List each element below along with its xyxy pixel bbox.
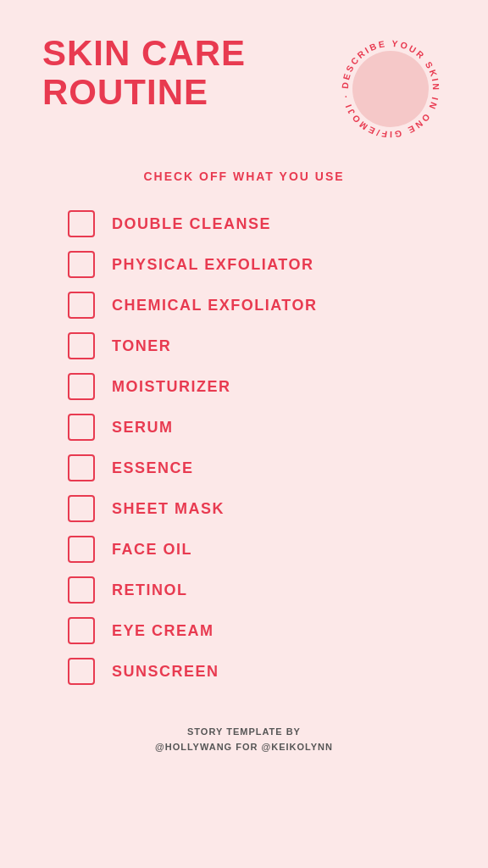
footer: STORY TEMPLATE BY @HOLLYWANG FOR @KEIKOL… bbox=[42, 725, 446, 771]
checkbox-10[interactable] bbox=[68, 576, 95, 604]
item-label-3: CHEMICAL EXFOLIATOR bbox=[112, 297, 318, 314]
list-item: FACE OIL bbox=[68, 530, 446, 569]
list-item: EYE CREAM bbox=[68, 611, 446, 650]
item-label-4: TONER bbox=[112, 337, 171, 355]
circle-svg: DESCRIBE YOUR SKIN IN ONE GIF/EMOJI · bbox=[336, 34, 446, 144]
checklist-subtitle: CHECK OFF WHAT YOU USE bbox=[42, 170, 446, 183]
circle-badge: DESCRIBE YOUR SKIN IN ONE GIF/EMOJI · bbox=[336, 34, 446, 144]
checkbox-7[interactable] bbox=[68, 454, 95, 481]
checkbox-2[interactable] bbox=[68, 251, 95, 278]
item-label-12: SUNSCREEN bbox=[112, 663, 219, 681]
list-item: PHYSICAL EXFOLIATOR bbox=[68, 245, 446, 284]
list-item: MOISTURIZER bbox=[68, 367, 446, 406]
checkbox-1[interactable] bbox=[68, 210, 95, 237]
checkbox-12[interactable] bbox=[68, 658, 95, 685]
footer-line1: STORY TEMPLATE BY bbox=[187, 726, 301, 737]
checkbox-6[interactable] bbox=[68, 414, 95, 441]
list-item: SHEET MASK bbox=[68, 489, 446, 528]
checklist: DOUBLE CLEANSE PHYSICAL EXFOLIATOR CHEMI… bbox=[42, 204, 446, 691]
item-label-1: DOUBLE CLEANSE bbox=[112, 215, 271, 233]
checkbox-8[interactable] bbox=[68, 495, 95, 522]
page-title-line1: SKIN CARE bbox=[42, 34, 246, 73]
item-label-5: MOISTURIZER bbox=[112, 378, 231, 396]
checkbox-9[interactable] bbox=[68, 536, 95, 563]
checkbox-5[interactable] bbox=[68, 373, 95, 400]
list-item: TONER bbox=[68, 326, 446, 365]
checkbox-11[interactable] bbox=[68, 617, 95, 644]
title-block: SKIN CARE ROUTINE bbox=[42, 34, 246, 112]
item-label-6: SERUM bbox=[112, 419, 174, 437]
page-title-line2: ROUTINE bbox=[42, 73, 246, 112]
item-label-7: ESSENCE bbox=[112, 459, 194, 477]
list-item: DOUBLE CLEANSE bbox=[68, 204, 446, 243]
list-item: ESSENCE bbox=[68, 448, 446, 487]
header-section: SKIN CARE ROUTINE DESCRIBE YOUR SKIN IN … bbox=[42, 34, 446, 144]
footer-line2: @HOLLYWANG FOR @KEIKOLYNN bbox=[155, 742, 333, 752]
svg-text:DESCRIBE YOUR SKIN IN ONE GIF/: DESCRIBE YOUR SKIN IN ONE GIF/EMOJI · bbox=[340, 38, 441, 140]
item-label-11: EYE CREAM bbox=[112, 622, 214, 640]
item-label-2: PHYSICAL EXFOLIATOR bbox=[112, 256, 314, 274]
item-label-10: RETINOL bbox=[112, 581, 188, 599]
checkbox-3[interactable] bbox=[68, 292, 95, 319]
list-item: SERUM bbox=[68, 408, 446, 447]
list-item: CHEMICAL EXFOLIATOR bbox=[68, 286, 446, 325]
page-wrapper: SKIN CARE ROUTINE DESCRIBE YOUR SKIN IN … bbox=[0, 0, 488, 868]
footer-text: STORY TEMPLATE BY @HOLLYWANG FOR @KEIKOL… bbox=[42, 725, 446, 754]
item-label-9: FACE OIL bbox=[112, 541, 192, 559]
list-item: RETINOL bbox=[68, 570, 446, 609]
list-item: SUNSCREEN bbox=[68, 652, 446, 691]
checkbox-4[interactable] bbox=[68, 332, 95, 359]
item-label-8: SHEET MASK bbox=[112, 500, 225, 518]
